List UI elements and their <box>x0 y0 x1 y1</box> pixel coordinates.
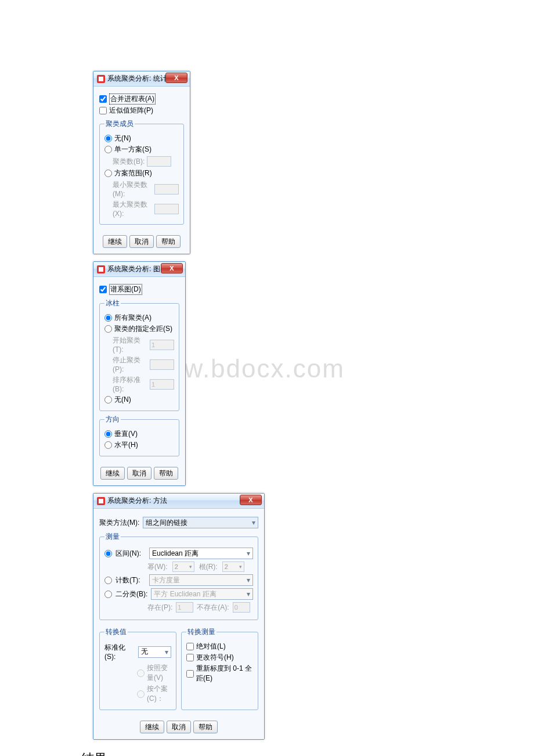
help-button[interactable]: 帮助 <box>193 721 218 733</box>
merge-table-label: 合并进程表(A) <box>109 93 156 105</box>
min-clusters-label: 最小聚类数(M): <box>113 180 152 198</box>
cluster-members-fieldset: 聚类成员 无(N) 单一方案(S) 聚类数(B): 方案范围(R) 最小聚类数(… <box>99 119 184 225</box>
root-dropdown: 2▾ <box>222 561 244 572</box>
count-radio[interactable] <box>104 577 112 584</box>
none-radio[interactable] <box>104 135 112 142</box>
by-input <box>150 379 174 390</box>
all-clusters-radio[interactable] <box>104 314 112 322</box>
by-case-radio <box>137 690 145 698</box>
chevron-down-icon: ▾ <box>247 549 250 557</box>
stop-cluster-input <box>150 359 174 370</box>
interval-dropdown[interactable]: Euclidean 距离 ▾ <box>149 548 253 559</box>
measure-legend: 测量 <box>104 532 121 542</box>
count-dropdown: 卡方度量 ▾ <box>149 574 253 586</box>
chevron-down-icon: ▾ <box>247 590 250 598</box>
continue-button[interactable]: 继续 <box>140 721 164 733</box>
single-label: 单一方案(S) <box>114 145 151 154</box>
titlebar: 系统聚类分析: 统计 X <box>93 71 190 87</box>
none-label: 无(N) <box>114 134 131 143</box>
dendrogram-checkbox[interactable] <box>99 286 107 293</box>
close-button[interactable]: X <box>165 73 187 83</box>
transform-values-fieldset: 转换值 标准化(S): 无 ▾ 按照变量(V) 按个案(C)： <box>99 627 176 710</box>
method-dropdown[interactable]: 组之间的链接 ▾ <box>143 517 258 528</box>
orientation-legend: 方向 <box>104 415 121 424</box>
range-radio[interactable] <box>104 170 112 177</box>
transform-measure-legend: 转换测量 <box>186 627 217 637</box>
change-sign-checkbox[interactable] <box>186 654 194 661</box>
horizontal-radio[interactable] <box>104 441 112 449</box>
power-label: 幂(W): <box>147 562 168 572</box>
close-icon: X <box>174 74 178 81</box>
chevron-down-icon: ▾ <box>252 519 255 527</box>
close-button[interactable]: X <box>161 263 183 273</box>
standardize-label: 标准化(S): <box>104 643 135 661</box>
cancel-button[interactable]: 取消 <box>129 235 154 248</box>
all-clusters-label: 所有聚类(A) <box>114 313 151 323</box>
svg-rect-1 <box>99 77 103 81</box>
continue-button[interactable]: 继续 <box>103 235 127 248</box>
chevron-down-icon: ▾ <box>239 564 242 570</box>
close-icon: X <box>169 265 174 272</box>
count-label: 计数(T): <box>116 575 146 585</box>
vertical-radio[interactable] <box>104 430 112 438</box>
specified-range-label: 聚类的指定全距(S) <box>114 324 172 334</box>
dialog-plots: 系统聚类分析: 图 X 谱系图(D) 冰柱 所有聚类(A) 聚类的指定全距(S)… <box>93 261 186 486</box>
count-value: 卡方度量 <box>152 575 180 585</box>
by-case-label: 按个案(C)： <box>147 684 171 704</box>
absolute-label: 绝对值(L) <box>196 642 226 651</box>
continue-button[interactable]: 继续 <box>100 467 125 480</box>
help-button[interactable]: 帮助 <box>154 467 178 480</box>
by-label: 排序标准(B): <box>113 375 147 393</box>
by-variable-label: 按照变量(V) <box>147 663 171 683</box>
titlebar: 系统聚类分析: 方法 X <box>93 494 264 509</box>
transform-values-legend: 转换值 <box>104 627 128 637</box>
icicle-none-radio[interactable] <box>104 396 112 404</box>
max-clusters-input <box>154 204 179 214</box>
specified-range-radio[interactable] <box>104 325 112 333</box>
clusters-count-input <box>147 156 171 167</box>
interval-value: Euclidean 距离 <box>152 549 199 559</box>
present-label: 存在(P): <box>147 603 172 613</box>
dialog-statistics: 系统聚类分析: 统计 X 合并进程表(A) 近似值矩阵(P) 聚类成员 无(N)… <box>93 71 190 254</box>
clusters-count-label: 聚类数(B): <box>113 157 145 167</box>
prox-matrix-checkbox[interactable] <box>99 107 107 114</box>
rescale-checkbox[interactable] <box>186 670 194 678</box>
interval-label: 区间(N): <box>116 549 146 559</box>
absolute-checkbox[interactable] <box>186 643 194 650</box>
chevron-down-icon: ▾ <box>247 576 250 584</box>
cancel-button[interactable]: 取消 <box>167 721 191 733</box>
min-clusters-input <box>154 184 179 195</box>
titlebar: 系统聚类分析: 图 X <box>93 262 185 277</box>
rescale-label: 重新标度到 0-1 全距(E) <box>196 664 253 683</box>
help-button[interactable]: 帮助 <box>156 235 181 248</box>
power-dropdown: 2▾ <box>172 561 194 572</box>
transform-measure-fieldset: 转换测量 绝对值(L) 更改符号(H) 重新标度到 0-1 全距(E) <box>181 627 258 710</box>
present-input <box>176 602 193 613</box>
vertical-label: 垂直(V) <box>114 429 138 439</box>
range-label: 方案范围(R) <box>114 168 152 178</box>
start-cluster-label: 开始聚类(T): <box>113 336 147 354</box>
method-label: 聚类方法(M): <box>99 518 139 528</box>
merge-table-checkbox[interactable] <box>99 95 107 103</box>
svg-rect-3 <box>99 267 103 272</box>
root-label: 根(R): <box>199 562 218 572</box>
close-button[interactable]: X <box>240 495 262 505</box>
svg-rect-5 <box>99 499 103 503</box>
binary-value: 平方 Euclidean 距离 <box>154 589 216 599</box>
standardize-value: 无 <box>141 647 148 657</box>
binary-radio[interactable] <box>104 591 112 598</box>
icicle-fieldset: 冰柱 所有聚类(A) 聚类的指定全距(S) 开始聚类(T): 停止聚类(P): … <box>99 298 179 411</box>
standardize-dropdown[interactable]: 无 ▾ <box>138 646 171 658</box>
app-icon <box>97 75 105 83</box>
binary-label: 二分类(B): <box>116 589 147 599</box>
dendrogram-label: 谱系图(D) <box>109 284 142 295</box>
interval-radio[interactable] <box>104 550 112 557</box>
icicle-legend: 冰柱 <box>104 298 121 308</box>
dialog-method: 系统聚类分析: 方法 X 聚类方法(M): 组之间的链接 ▾ 测量 区间(N):… <box>93 493 265 740</box>
single-radio[interactable] <box>104 146 112 153</box>
method-value: 组之间的链接 <box>146 518 187 528</box>
max-clusters-label: 最大聚类数(X): <box>113 200 152 218</box>
app-icon <box>97 265 105 273</box>
result-heading: 结果： <box>81 750 534 756</box>
cancel-button[interactable]: 取消 <box>127 467 151 480</box>
